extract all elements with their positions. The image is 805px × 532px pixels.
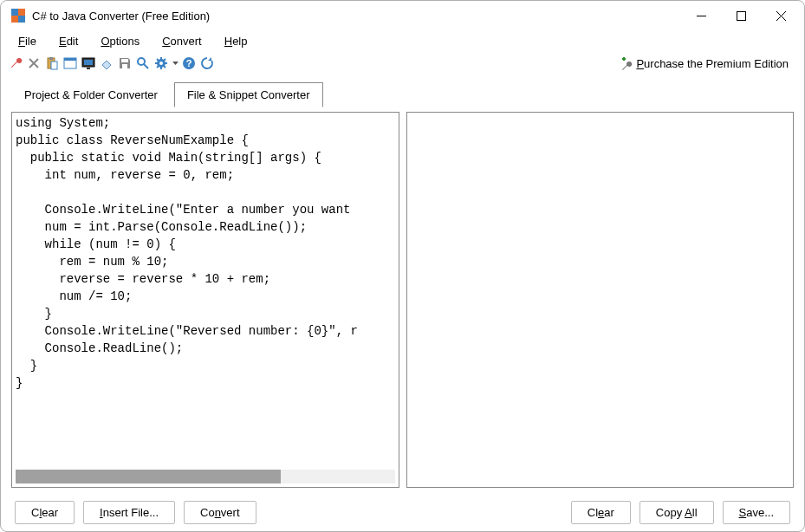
clear-source-button[interactable]: Clear [15,501,75,524]
close-button[interactable] [761,1,801,30]
tab-project-folder[interactable]: Project & Folder Converter [11,82,171,107]
svg-rect-8 [64,58,76,61]
search-icon[interactable] [135,55,151,71]
button-row: Clear Insert File... Convert Clear Copy … [1,493,804,531]
output-code-editor[interactable] [407,113,794,487]
titlebar: C# to Java Converter (Free Edition) [1,1,804,30]
window-controls [681,1,801,30]
svg-rect-13 [122,64,127,68]
maximize-button[interactable] [721,1,761,30]
menu-help[interactable]: Help [216,33,256,49]
plus-wrench-icon [619,56,633,70]
menu-file[interactable]: File [10,33,45,49]
delete-icon[interactable] [26,55,42,71]
svg-rect-1 [737,11,745,20]
convert-button[interactable]: Convert [184,501,256,524]
gear-icon[interactable] [153,55,169,71]
source-pane: using System; public class ReverseNumExa… [11,112,399,488]
svg-rect-6 [51,62,57,69]
refresh-icon[interactable] [199,55,215,71]
dropdown-icon[interactable] [172,55,179,71]
svg-point-17 [159,62,163,65]
toolbar: ? Purchase the Premium Edition [1,51,804,75]
save-button[interactable]: Save... [723,501,790,524]
app-window: C# to Java Converter (Free Edition) File… [0,0,805,532]
minimize-button[interactable] [681,1,721,30]
svg-point-14 [138,58,145,65]
copy-all-button[interactable]: Copy All [639,501,714,524]
content-area: using System; public class ReverseNumExa… [1,107,804,493]
clear-output-button[interactable]: Clear [571,501,631,524]
svg-rect-12 [121,59,128,62]
scrollbar-thumb[interactable] [16,470,281,483]
save-icon[interactable] [117,55,133,71]
svg-rect-5 [49,57,53,60]
monitor-icon[interactable] [81,55,96,71]
paste-icon[interactable] [44,55,60,71]
source-code-editor[interactable]: using System; public class ReverseNumExa… [12,113,399,466]
wrench-icon[interactable] [8,55,23,71]
premium-link[interactable]: Purchase the Premium Edition [610,56,797,70]
svg-text:?: ? [186,58,192,68]
app-icon [11,9,25,23]
horizontal-scrollbar[interactable] [16,470,395,483]
insert-file-button[interactable]: Insert File... [83,501,175,524]
help-icon[interactable]: ? [181,55,197,71]
tab-file-snippet[interactable]: File & Snippet Converter [174,82,323,107]
eraser-icon[interactable] [99,55,114,71]
output-pane [406,112,795,488]
menu-convert[interactable]: Convert [153,33,211,49]
window-title: C# to Java Converter (Free Edition) [32,10,681,23]
right-buttons: Clear Copy All Save... [571,501,790,524]
svg-rect-10 [84,60,93,65]
svg-line-15 [144,64,148,68]
menu-file-rest: ile [25,35,36,48]
menubar: File Edit Options Convert Help [1,30,804,51]
window-icon[interactable] [62,55,78,71]
menu-options[interactable]: Options [92,33,148,49]
svg-rect-11 [87,68,90,69]
tabbar: Project & Folder Converter File & Snippe… [1,81,804,107]
menu-edit[interactable]: Edit [50,33,87,49]
